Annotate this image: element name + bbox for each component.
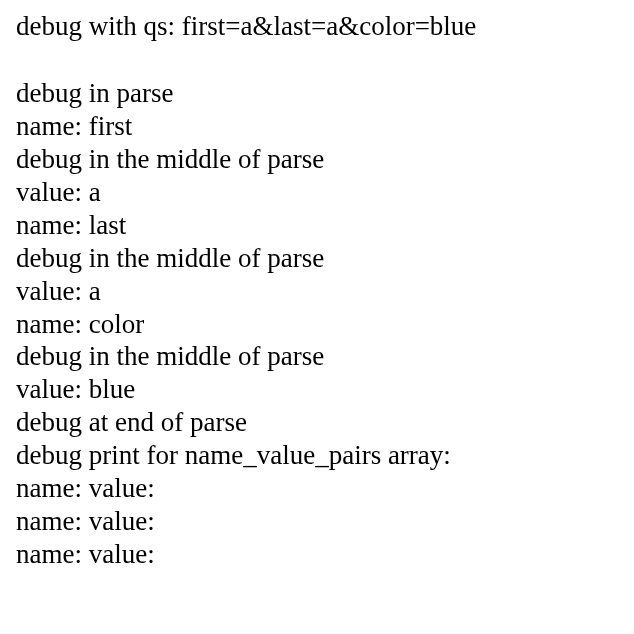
debug-line-middle-parse-2: debug in the middle of parse xyxy=(16,242,618,275)
debug-line-value-a-2: value: a xyxy=(16,275,618,308)
debug-line-name-color: name: color xyxy=(16,308,618,341)
debug-line-pair-3: name: value: xyxy=(16,538,618,571)
blank-line xyxy=(16,43,618,77)
debug-line-array-header: debug print for name_value_pairs array: xyxy=(16,439,618,472)
debug-line-pair-1: name: value: xyxy=(16,472,618,505)
debug-line-parse-start: debug in parse xyxy=(16,77,618,110)
debug-line-value-a-1: value: a xyxy=(16,176,618,209)
debug-line-pair-2: name: value: xyxy=(16,505,618,538)
debug-line-qs: debug with qs: first=a&last=a&color=blue xyxy=(16,10,618,43)
debug-line-end-parse: debug at end of parse xyxy=(16,406,618,439)
debug-line-value-blue: value: blue xyxy=(16,373,618,406)
debug-line-middle-parse-3: debug in the middle of parse xyxy=(16,340,618,373)
debug-line-name-first: name: first xyxy=(16,110,618,143)
debug-line-name-last: name: last xyxy=(16,209,618,242)
debug-line-middle-parse-1: debug in the middle of parse xyxy=(16,143,618,176)
